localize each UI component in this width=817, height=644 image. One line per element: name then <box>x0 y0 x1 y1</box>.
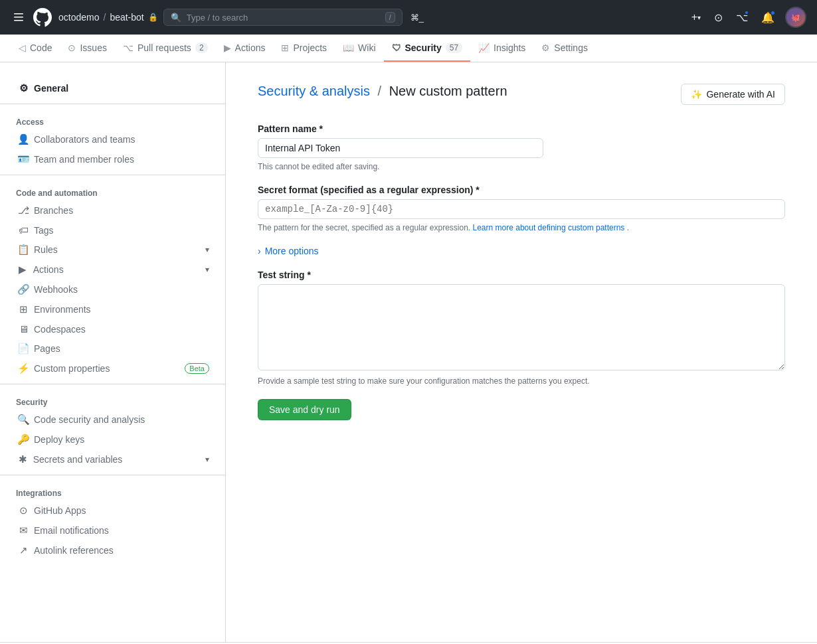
notifications-button[interactable]: 🔔 <box>759 9 777 27</box>
sidebar-item-actions[interactable]: ▶ Actions ▾ <box>0 260 225 280</box>
sidebar-general-label: General <box>34 83 68 94</box>
collaborators-label: Collaborators and teams <box>34 134 136 145</box>
access-section-label: Access <box>0 110 225 129</box>
tab-issues[interactable]: ⊙ Issues <box>60 35 114 62</box>
rules-icon: 📋 <box>18 244 29 256</box>
wiki-icon: 📖 <box>343 42 354 53</box>
branches-label: Branches <box>34 205 73 216</box>
tab-wiki-label: Wiki <box>358 42 375 53</box>
sidebar-item-tags[interactable]: 🏷 Tags <box>0 220 225 240</box>
secret-format-input[interactable] <box>258 199 785 219</box>
breadcrumb: octodemo / beat-bot 🔒 <box>58 12 158 23</box>
tab-security[interactable]: 🛡 Security 57 <box>384 35 471 62</box>
pattern-name-input[interactable] <box>258 138 543 158</box>
sidebar-item-custom-properties[interactable]: ⚡ Custom properties Beta <box>0 359 225 378</box>
tab-wiki[interactable]: 📖 Wiki <box>335 35 383 62</box>
member-roles-label: Team and member roles <box>34 154 134 165</box>
top-bar-right: + ▾ ⊙ ⌥ 🔔 🐙 <box>689 7 806 28</box>
custom-props-label: Custom properties <box>34 363 110 374</box>
tab-projects[interactable]: ⊞ Projects <box>273 35 335 62</box>
tab-pull-requests[interactable]: ⌥ Pull requests 2 <box>115 35 216 62</box>
integrations-section-label: Integrations <box>0 481 225 501</box>
search-bar[interactable]: 🔍 Type / to search / <box>163 9 403 26</box>
actions-chevron-icon: ▾ <box>205 265 209 274</box>
secrets-label: Secrets and variables <box>33 454 123 465</box>
tab-actions[interactable]: ▶ Actions <box>216 35 274 62</box>
test-string-input[interactable] <box>258 284 785 370</box>
collaborators-icon: 👤 <box>18 133 29 145</box>
sidebar-item-rules[interactable]: 📋 Rules ▾ <box>0 240 225 260</box>
actions-nav-icon: ▶ <box>224 42 231 53</box>
autolink-label: Autolink references <box>34 545 114 556</box>
plus-icon: + <box>691 11 697 23</box>
repo-link[interactable]: beat-bot <box>110 12 143 23</box>
sidebar-item-github-apps[interactable]: ⊙ GitHub Apps <box>0 501 225 521</box>
save-dry-run-button[interactable]: Save and dry run <box>258 399 351 420</box>
github-apps-label: GitHub Apps <box>34 505 86 516</box>
actions-sidebar-icon: ▶ <box>18 264 28 276</box>
issues-button[interactable]: ⊙ <box>711 9 725 27</box>
top-bar-left: octodemo / beat-bot 🔒 🔍 Type / to search… <box>11 7 681 28</box>
sidebar-item-general[interactable]: ⚙ General <box>0 78 225 98</box>
generate-ai-label: Generate with AI <box>706 89 775 100</box>
tab-security-label: Security <box>405 42 442 53</box>
new-button[interactable]: + ▾ <box>689 9 703 26</box>
sidebar-item-branches[interactable]: ⎇ Branches <box>0 201 225 220</box>
page-title-sep: / <box>378 84 382 98</box>
search-placeholder: Type / to search <box>187 13 248 23</box>
deploy-keys-label: Deploy keys <box>34 434 84 445</box>
org-link[interactable]: octodemo <box>58 12 99 23</box>
tab-insights-label: Insights <box>494 42 525 53</box>
sidebar-item-deploy-keys[interactable]: 🔑 Deploy keys <box>0 430 225 449</box>
generate-ai-button[interactable]: ✨ Generate with AI <box>681 84 785 105</box>
sidebar-item-codespaces[interactable]: 🖥 Codespaces <box>0 319 225 339</box>
pr-icon: ⌥ <box>123 42 134 53</box>
chevron-right-icon: › <box>258 246 261 256</box>
pattern-name-hint: This cannot be edited after saving. <box>258 162 785 171</box>
terminal-button[interactable]: ⌘_ <box>408 10 426 25</box>
environments-label: Environments <box>34 304 91 315</box>
member-roles-icon: 🪪 <box>18 153 29 165</box>
hamburger-button[interactable] <box>11 9 27 25</box>
autolink-icon: ↗ <box>18 544 29 556</box>
layout: ⚙ General Access 👤 Collaborators and tea… <box>0 62 817 642</box>
secrets-row: Secrets and variables ▾ <box>33 454 209 465</box>
beta-badge: Beta <box>185 363 209 374</box>
tab-code[interactable]: ◁ Code <box>11 35 60 62</box>
sidebar-item-secrets-variables[interactable]: ✱ Secrets and variables ▾ <box>0 449 225 469</box>
sidebar-item-member-roles[interactable]: 🪪 Team and member roles <box>0 149 225 169</box>
sidebar-item-code-security[interactable]: 🔍 Code security and analysis <box>0 410 225 430</box>
secret-format-group: Secret format (specified as a regular ex… <box>258 185 785 232</box>
tab-insights[interactable]: 📈 Insights <box>470 35 533 62</box>
learn-more-link[interactable]: Learn more about defining custom pattern… <box>473 223 625 232</box>
sidebar-item-webhooks[interactable]: 🔗 Webhooks <box>0 280 225 299</box>
rules-label: Rules <box>34 244 58 255</box>
issues-icon: ⊙ <box>68 42 76 53</box>
sidebar-item-email-notifications[interactable]: ✉ Email notifications <box>0 521 225 540</box>
tags-icon: 🏷 <box>18 224 29 236</box>
sidebar-item-pages[interactable]: 📄 Pages <box>0 339 225 359</box>
page-title-current: New custom pattern <box>389 84 507 98</box>
more-options-button[interactable]: › More options <box>258 246 319 256</box>
code-security-label: Code security and analysis <box>34 414 145 425</box>
security-icon: 🛡 <box>392 42 401 53</box>
sidebar-divider-3 <box>0 384 225 384</box>
email-notifications-label: Email notifications <box>34 525 109 536</box>
branches-icon: ⎇ <box>18 204 29 216</box>
pull-requests-button[interactable]: ⌥ <box>733 9 751 27</box>
pages-icon: 📄 <box>18 343 29 355</box>
projects-icon: ⊞ <box>281 42 289 53</box>
avatar[interactable]: 🐙 <box>785 7 806 28</box>
sidebar-item-collaborators[interactable]: 👤 Collaborators and teams <box>0 129 225 149</box>
code-icon: ◁ <box>19 42 26 53</box>
sidebar-item-autolink[interactable]: ↗ Autolink references <box>0 540 225 560</box>
code-security-icon: 🔍 <box>18 414 29 426</box>
save-btn-label: Save and dry run <box>269 404 340 415</box>
actions-label: Actions <box>33 264 64 275</box>
code-automation-section-label: Code and automation <box>0 181 225 201</box>
breadcrumb-link[interactable]: Security & analysis <box>258 84 370 98</box>
tab-settings[interactable]: ⚙ Settings <box>533 35 596 62</box>
sidebar-item-environments[interactable]: ⊞ Environments <box>0 299 225 319</box>
sidebar: ⚙ General Access 👤 Collaborators and tea… <box>0 62 226 642</box>
search-kbd: / <box>385 12 395 23</box>
